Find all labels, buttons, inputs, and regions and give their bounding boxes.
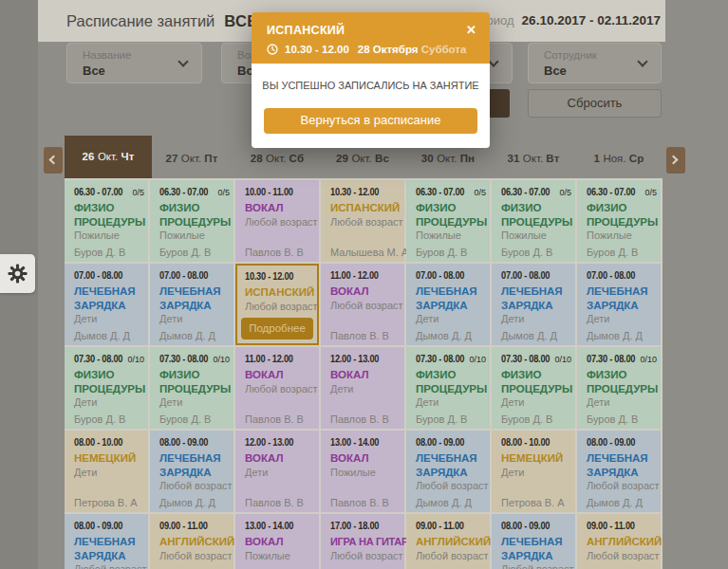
day-header-31[interactable]: 31 Окт. Вт: [492, 153, 575, 164]
cell-instructor: Петрова В. А: [74, 497, 138, 508]
close-icon[interactable]: ✕: [466, 23, 476, 37]
cell-instructor: Буров Д. В: [74, 247, 125, 258]
day-header-1[interactable]: 1 Ноя. Ср: [577, 153, 661, 164]
cell-time: 09.00 - 11.00: [416, 521, 476, 531]
cell-time: 09.00 - 11.00: [587, 521, 646, 531]
schedule-cell[interactable]: 13.00 - 14.00ВОКАЛПожилые: [235, 514, 319, 569]
cell-instructor: Дымов Д. Д: [416, 497, 472, 508]
filter-value: Все: [83, 64, 105, 78]
cell-activity-name: ИГРА НА ГИТАРЕ: [330, 535, 401, 549]
cell-instructor: Буров Д. В: [416, 247, 467, 258]
cell-time: 10.30 - 12.00: [245, 271, 301, 282]
chevron-down-icon: [177, 56, 188, 66]
schedule-cell[interactable]: 08.00 - 09.00ЛЕЧЕБНАЯ ЗАРЯДКАЛюбой возра…: [577, 431, 661, 512]
day-header-27[interactable]: 27 Окт. Пт: [150, 153, 233, 164]
cell-age-group: Пожилые: [74, 229, 145, 241]
modal-session-info: 10.30 - 12.0028 Октября Суббота: [267, 44, 466, 57]
schedule-cell[interactable]: 08.00 - 10.00НЕМЕЦКИЙДетиПетрова В. А: [65, 431, 148, 512]
page-title-text: Расписание занятий: [66, 12, 215, 29]
cell-time: 08.00 - 09.00: [501, 521, 561, 531]
schedule-cell[interactable]: 07.00 - 08.00ЛЕЧЕБНАЯ ЗАРЯДКАДетиДымов Д…: [577, 264, 661, 345]
schedule-cell[interactable]: 06.30 - 07.000/5ФИЗИО ПРОЦЕДУРЫПожилыеБу…: [406, 180, 490, 262]
filter-name-dropdown[interactable]: Название Все: [66, 43, 202, 83]
cell-age-group: Пожилые: [587, 229, 658, 241]
settings-button[interactable]: [0, 254, 35, 293]
filter-staff-dropdown[interactable]: Сотрудник Все: [528, 43, 662, 83]
day-header-30[interactable]: 30 Окт. Пн: [406, 153, 490, 164]
schedule-cell[interactable]: 06.30 - 07.000/5ФИЗИО ПРОЦЕДУРЫПожилыеБу…: [65, 180, 148, 262]
schedule-cell[interactable]: 07.00 - 08.00ЛЕЧЕБНАЯ ЗАРЯДКАДетиДымов Д…: [65, 264, 148, 345]
schedule-cell[interactable]: 08.00 - 09.00ЛЕЧЕБНАЯ ЗАРЯДКАЛюбой возра…: [492, 514, 575, 569]
schedule-cell[interactable]: 07.30 - 08.000/10ФИЗИО ПРОЦЕДУРЫДетиБуро…: [150, 347, 233, 429]
cell-activity-name: ЛЕЧЕБНАЯ ЗАРЯДКА: [587, 451, 658, 479]
cell-instructor: Дымов Д. Д: [501, 330, 557, 341]
filter-value: Все: [544, 64, 567, 78]
cell-age-group: Любой возраст: [159, 480, 231, 491]
details-button[interactable]: Подробнее: [241, 318, 313, 340]
chevron-down-icon: [637, 56, 647, 66]
chevron-right-icon: [669, 156, 679, 165]
cell-instructor: Буров Д. В: [159, 247, 211, 258]
cell-age-group: Дети: [501, 313, 572, 324]
schedule-cell[interactable]: 10.00 - 11.00ВОКАЛЛюбой возрастПавлов В.…: [235, 180, 319, 262]
schedule-cell[interactable]: 09.00 - 11.00АНГЛИЙСКИЙЛюбой возраст: [406, 514, 490, 569]
modal-message: ВЫ УСПЕШНО ЗАПИСАЛИСЬ НА ЗАНЯТИЕ: [252, 80, 490, 91]
schedule-cell[interactable]: 06.30 - 07.000/5ФИЗИО ПРОЦЕДУРЫПожилыеБу…: [492, 180, 575, 262]
cell-time: 11.00 - 12.00: [330, 270, 390, 281]
schedule-cell[interactable]: 07.00 - 08.00ЛЕЧЕБНАЯ ЗАРЯДКАДетиДымов Д…: [406, 264, 490, 345]
prev-week-button[interactable]: [44, 147, 63, 174]
cell-time: 07.30 - 08.00: [587, 354, 646, 364]
schedule-cell[interactable]: 09.00 - 11.00АНГЛИЙСКИЙЛюбой возраст: [150, 514, 233, 569]
schedule-cell[interactable]: 12.00 - 13.00ВОКАЛДетиПавлов В. В: [321, 347, 404, 429]
schedule-cell[interactable]: 10.30 - 12.00ИСПАНСКИЙЛюбой возрастПодро…: [235, 264, 319, 345]
modal-header: ИСПАНСКИЙ ✕ 10.30 - 12.0028 Октября Субб…: [252, 12, 490, 64]
schedule-cell[interactable]: 07.30 - 08.000/10ФИЗИО ПРОЦЕДУРЫДетиБуро…: [406, 347, 490, 429]
schedule-cell[interactable]: 08.00 - 10.00НЕМЕЦКИЙДетиПетрова В. А: [492, 431, 575, 512]
cell-age-group: Дети: [74, 396, 145, 408]
cell-activity-name: АНГЛИЙСКИЙ: [416, 535, 487, 549]
schedule-cell[interactable]: 08.00 - 09.00ЛЕЧЕБНАЯ ЗАРЯДКАЛюбой возра…: [150, 431, 233, 512]
period-value[interactable]: 26.10.2017 - 02.11.2017: [522, 13, 661, 28]
day-header-selected[interactable]: 26 Окт. Чт: [65, 136, 152, 178]
modal-body: ВЫ УСПЕШНО ЗАПИСАЛИСЬ НА ЗАНЯТИЕ Вернуть…: [252, 64, 490, 148]
schedule-cell[interactable]: 13.00 - 14.00ВОКАЛПожилыеПавлов В. В: [321, 431, 404, 512]
cell-age-group: Пожилые: [416, 229, 487, 241]
reset-button[interactable]: Сбросить: [528, 89, 662, 118]
cell-capacity: 0/10: [469, 355, 486, 364]
schedule-cell[interactable]: 07.00 - 08.00ЛЕЧЕБНАЯ ЗАРЯДКАДетиДымов Д…: [150, 264, 233, 345]
schedule-cell[interactable]: 12.00 - 13.00ВОКАЛДетиПавлов В. В: [235, 431, 319, 512]
schedule-cell[interactable]: 07.30 - 08.000/10ФИЗИО ПРОЦЕДУРЫДетиБуро…: [492, 347, 575, 429]
next-week-button[interactable]: [666, 147, 685, 174]
schedule-cell[interactable]: 10.30 - 12.00ИСПАНСКИЙЛюбой возрастМалыш…: [321, 180, 404, 262]
back-to-schedule-button[interactable]: Вернуться в расписание: [264, 108, 477, 134]
schedule-cell[interactable]: 06.30 - 07.000/5ФИЗИО ПРОЦЕДУРЫПожилыеБу…: [577, 180, 661, 262]
day-column: 06.30 - 07.000/5ФИЗИО ПРОЦЕДУРЫПожилыеБу…: [65, 180, 148, 569]
schedule-cell[interactable]: 07.30 - 08.000/10ФИЗИО ПРОЦЕДУРЫДетиБуро…: [577, 347, 661, 429]
day-header-29[interactable]: 29 Окт. Вс: [321, 153, 404, 164]
cell-age-group: Любой возраст: [587, 480, 658, 491]
schedule-cell[interactable]: 07.00 - 08.00ЛЕЧЕБНАЯ ЗАРЯДКАДетиДымов Д…: [492, 264, 575, 345]
cell-activity-name: ФИЗИО ПРОЦЕДУРЫ: [74, 368, 145, 395]
cell-time: 12.00 - 13.00: [245, 437, 305, 448]
cell-time: 07.00 - 08.00: [501, 270, 561, 281]
cell-instructor: Буров Д. В: [501, 413, 552, 425]
cell-time: 08.00 - 09.00: [416, 437, 476, 448]
cell-capacity: 0/5: [559, 188, 571, 197]
cell-activity-name: ВОКАЛ: [330, 451, 401, 466]
cell-time: 08.00 - 09.00: [159, 437, 219, 448]
cell-age-group: Любой возраст: [245, 216, 316, 228]
cell-activity-name: ЛЕЧЕБНАЯ ЗАРЯДКА: [587, 284, 658, 312]
cell-time: 07.00 - 08.00: [159, 270, 219, 281]
schedule-cell[interactable]: 08.00 - 09.00ЛЕЧЕБНАЯ ЗАРЯДКАЛюбой возра…: [406, 431, 490, 512]
schedule-cell[interactable]: 08.00 - 09.00ЛЕЧЕБНАЯ ЗАРЯДКАЛюбой возра…: [65, 514, 148, 569]
schedule-cell[interactable]: 06.30 - 07.000/5ФИЗИО ПРОЦЕДУРЫПожилыеБу…: [150, 180, 233, 262]
schedule-cell[interactable]: 11.00 - 12.00ВОКАЛЛюбой возрастПавлов В.…: [235, 347, 319, 429]
day-header-26[interactable]: 26 Окт. Чт: [66, 151, 150, 162]
schedule-cell[interactable]: 09.00 - 11.00АНГЛИЙСКИЙЛюбой возраст: [577, 514, 661, 569]
schedule-cell[interactable]: 17.00 - 18.00ИГРА НА ГИТАРЕЛюбой возраст: [321, 514, 404, 569]
schedule-cell[interactable]: 11.00 - 12.00ВОКАЛЛюбой возрастПавлов В.…: [321, 264, 404, 345]
cell-activity-name: ФИЗИО ПРОЦЕДУРЫ: [159, 368, 231, 395]
cell-age-group: Дети: [74, 313, 145, 324]
schedule-cell[interactable]: 07.30 - 08.000/10ФИЗИО ПРОЦЕДУРЫДетиБуро…: [65, 347, 148, 429]
day-header-28[interactable]: 28 Окт. Сб: [235, 153, 319, 164]
